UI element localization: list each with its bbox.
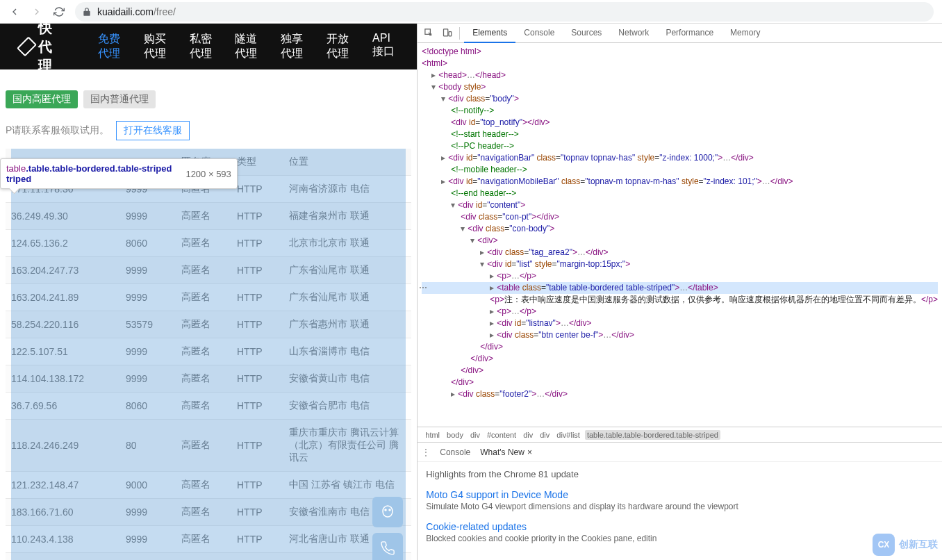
table-cell: 安徽省黄山市 电信 bbox=[283, 365, 411, 393]
table-cell: 9999 bbox=[120, 338, 176, 365]
table-row: 122.5.107.519999高匿名HTTP山东省淄博市 电信 bbox=[6, 338, 411, 365]
tab-network[interactable]: Network bbox=[610, 24, 657, 43]
svg-rect-8 bbox=[443, 29, 447, 36]
table-cell: 163.204.241.89 bbox=[6, 284, 120, 311]
table-cell: HTTP bbox=[231, 420, 283, 472]
table-cell: 广东省汕尾市 联通 bbox=[283, 257, 411, 284]
nav-open-proxy[interactable]: 开放代理 bbox=[327, 32, 353, 61]
proxy-table: IP PORT 匿名度 类型 位置 171.11.178.369999高匿名HT… bbox=[6, 149, 411, 560]
helper-text: P请联系客服领取试用。 bbox=[6, 124, 109, 137]
table-cell: 9999 bbox=[120, 284, 176, 311]
tab-sources[interactable]: Sources bbox=[563, 24, 610, 43]
table-cell: 118.24.246.249 bbox=[6, 420, 120, 472]
forward-button[interactable] bbox=[31, 6, 43, 18]
nav-api[interactable]: API接口 bbox=[372, 32, 396, 61]
table-cell: HTTP bbox=[231, 472, 283, 499]
drawer-tab-console[interactable]: Console bbox=[440, 447, 470, 457]
drawer-tab-whatsnew[interactable]: What's New × bbox=[480, 447, 532, 457]
devtools-toolbar: Elements Console Sources Network Perform… bbox=[418, 24, 942, 43]
devtools-drawer: ⋮ Console What's New × Highlights from t… bbox=[418, 442, 942, 560]
table-cell: 163.204.247.73 bbox=[6, 257, 120, 284]
table-cell: 8060 bbox=[120, 230, 176, 257]
table-cell: 重庆市重庆市 腾讯云计算（北京）有限责任公司 腾讯云 bbox=[283, 420, 411, 472]
table-cell: HTTP bbox=[231, 499, 283, 526]
dom-breadcrumb[interactable]: html body div #content div div div#list … bbox=[418, 427, 942, 442]
svg-rect-9 bbox=[449, 32, 452, 36]
table-cell: HTTP bbox=[231, 526, 283, 553]
nav-buy-proxy[interactable]: 购买代理 bbox=[144, 32, 170, 61]
table-cell: 53579 bbox=[120, 311, 176, 338]
table-cell: 高匿名 bbox=[176, 526, 231, 553]
table-cell: 9999 bbox=[120, 526, 176, 553]
phone-icon[interactable] bbox=[372, 533, 403, 560]
nav-free-proxy[interactable]: 免费代理 bbox=[98, 32, 124, 61]
table-cell: 36.7.69.56 bbox=[6, 393, 120, 420]
table-cell: HTTP bbox=[231, 338, 283, 365]
table-cell: 北京市北京市 联通 bbox=[283, 230, 411, 257]
tab-normal[interactable]: 国内普通代理 bbox=[83, 90, 156, 108]
inspect-element-icon[interactable] bbox=[420, 25, 437, 42]
table-cell: 高匿名 bbox=[176, 203, 231, 230]
table-cell: HTTP bbox=[231, 230, 283, 257]
tab-high-anon[interactable]: 国内高匿代理 bbox=[6, 90, 78, 108]
qq-chat-icon[interactable] bbox=[372, 497, 403, 527]
table-cell: 高匿名 bbox=[176, 420, 231, 472]
tab-memory[interactable]: Memory bbox=[722, 24, 768, 43]
table-cell: HTTP bbox=[231, 393, 283, 420]
reload-button[interactable] bbox=[53, 6, 65, 18]
table-cell: 124.65.136.2 bbox=[6, 553, 120, 561]
table-row: 124.65.136.28060高匿名HTTP北京市北京市 联通 bbox=[6, 230, 411, 257]
whatsnew-desc-1: Simulate Moto G4 viewport dimensions and… bbox=[426, 502, 934, 511]
table-row: 36.7.69.568060高匿名HTTP安徽省合肥市 电信 bbox=[6, 393, 411, 420]
table-cell: HTTP bbox=[231, 257, 283, 284]
address-bar[interactable]: kuaidaili.com/free/ bbox=[75, 2, 934, 22]
table-cell: HTTP bbox=[231, 176, 283, 203]
nav-tunnel-proxy[interactable]: 隧道代理 bbox=[235, 32, 261, 61]
proxy-type-tabs: 国内高匿代理 国内普通代理 bbox=[6, 90, 411, 108]
site-logo[interactable]: 快代理 bbox=[21, 19, 66, 75]
svg-point-2 bbox=[389, 509, 390, 511]
table-cell: 9999 bbox=[120, 499, 176, 526]
whatsnew-heading: Highlights from the Chrome 81 update bbox=[426, 469, 934, 479]
table-cell: 高匿名 bbox=[176, 393, 231, 420]
open-chat-button[interactable]: 打开在线客服 bbox=[116, 121, 190, 140]
table-cell: 9999 bbox=[120, 365, 176, 393]
float-widgets bbox=[372, 497, 403, 560]
nav-private-proxy[interactable]: 私密代理 bbox=[190, 32, 216, 61]
tab-performance[interactable]: Performance bbox=[657, 24, 722, 43]
table-cell: HTTP bbox=[231, 203, 283, 230]
table-cell: 高匿名 bbox=[176, 257, 231, 284]
devtools-tabs: Elements Console Sources Network Perform… bbox=[464, 24, 768, 43]
element-inspect-tooltip: table.table.table-bordered.table-striped… bbox=[0, 158, 238, 189]
table-cell: 122.5.107.51 bbox=[6, 338, 120, 365]
kebab-menu-icon[interactable]: ⋮ bbox=[422, 447, 430, 457]
tab-elements[interactable]: Elements bbox=[464, 24, 515, 43]
whatsnew-title-1[interactable]: Moto G4 support in Device Mode bbox=[426, 489, 934, 500]
close-icon[interactable]: × bbox=[527, 447, 532, 457]
main-nav: 免费代理 购买代理 私密代理 隧道代理 独享代理 开放代理 API接口 bbox=[98, 32, 396, 61]
table-cell: 高匿名 bbox=[176, 284, 231, 311]
table-row: 163.204.247.739999高匿名HTTP广东省汕尾市 联通 bbox=[6, 257, 411, 284]
table-cell: 8060 bbox=[120, 553, 176, 561]
whatsnew-title-2[interactable]: Cookie-related updates bbox=[426, 521, 934, 532]
table-cell: 36.249.49.30 bbox=[6, 203, 120, 230]
dom-tree[interactable]: <!doctype html> <html> ▸<head>…</head> ▾… bbox=[418, 43, 942, 427]
table-cell: 高匿名 bbox=[176, 553, 231, 561]
back-button[interactable] bbox=[8, 6, 21, 18]
tab-console[interactable]: Console bbox=[515, 24, 563, 43]
table-cell: 9000 bbox=[120, 472, 176, 499]
lock-icon bbox=[82, 7, 92, 17]
nav-exclusive-proxy[interactable]: 独享代理 bbox=[281, 32, 307, 61]
table-cell: 广东省惠州市 联通 bbox=[283, 311, 411, 338]
col-header-loc: 位置 bbox=[283, 149, 411, 176]
table-row: 58.254.220.11653579高匿名HTTP广东省惠州市 联通 bbox=[6, 311, 411, 338]
whatsnew-desc-2: Blocked cookies and cookie priority in t… bbox=[426, 534, 934, 543]
table-cell: HTTP bbox=[231, 284, 283, 311]
device-mode-icon[interactable] bbox=[438, 25, 455, 42]
table-row: 183.166.71.609999高匿名HTTP安徽省淮南市 电信 bbox=[6, 499, 411, 526]
page-content: 快代理 免费代理 购买代理 私密代理 隧道代理 独享代理 开放代理 API接口 … bbox=[0, 24, 417, 560]
table-cell: 9999 bbox=[120, 257, 176, 284]
table-cell: 福建省泉州市 联通 bbox=[283, 203, 411, 230]
table-row: 118.24.246.24980高匿名HTTP重庆市重庆市 腾讯云计算（北京）有… bbox=[6, 420, 411, 472]
table-cell: 安徽省合肥市 电信 bbox=[283, 393, 411, 420]
